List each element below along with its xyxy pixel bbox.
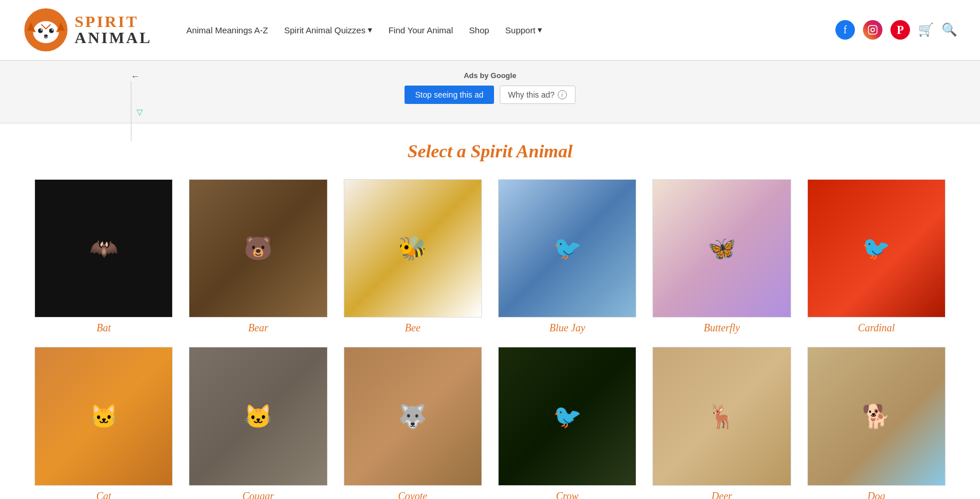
ad-buttons-area: Stop seeing this ad Why this ad? i (405, 86, 575, 104)
animal-photo-dog: 🐕 (808, 347, 945, 485)
svg-rect-11 (869, 26, 877, 34)
animal-image-deer: 🦌 (652, 347, 791, 485)
animal-label-cat: Cat (96, 490, 111, 499)
animal-card-cat[interactable]: 🐱Cat (34, 347, 173, 499)
site-header: SPIRIT ANIMAL Animal Meanings A-Z Spirit… (0, 0, 980, 60)
fox-logo-icon (23, 7, 69, 53)
ads-by-label: Ads by Google (464, 71, 516, 80)
main-content: Select a Spirit Animal 🦇Bat🐻Bear🐝Bee🐦Blu… (0, 123, 980, 499)
pinterest-icon[interactable]: P (890, 20, 910, 40)
animal-card-cardinal[interactable]: 🐦Cardinal (807, 179, 946, 334)
animal-image-blue-jay: 🐦 (498, 179, 636, 318)
animal-image-cardinal: 🐦 (807, 179, 946, 318)
animal-label-bee: Bee (405, 322, 421, 334)
animal-photo-blue-jay: 🐦 (499, 180, 636, 317)
search-icon[interactable]: 🔍 (942, 22, 957, 37)
animal-card-blue-jay[interactable]: 🐦Blue Jay (498, 179, 636, 334)
nav-shop[interactable]: Shop (469, 25, 489, 35)
svg-point-10 (44, 34, 48, 37)
animal-photo-deer: 🦌 (653, 347, 790, 485)
nav-find-animal[interactable]: Find Your Animal (388, 25, 453, 35)
animal-card-butterfly[interactable]: 🦋Butterfly (652, 179, 791, 334)
animal-photo-cardinal: 🐦 (808, 180, 945, 317)
svg-point-7 (49, 29, 54, 33)
animal-image-dog: 🐕 (807, 347, 946, 485)
facebook-icon[interactable]: f (835, 20, 855, 40)
animal-card-coyote[interactable]: 🐺Coyote (344, 347, 482, 499)
animal-card-dog[interactable]: 🐕Dog (807, 347, 946, 499)
animal-card-crow[interactable]: 🐦Crow (498, 347, 636, 499)
animal-photo-bear: 🐻 (189, 180, 326, 317)
svg-point-13 (874, 27, 876, 28)
animal-photo-coyote: 🐺 (344, 347, 481, 485)
svg-point-9 (52, 29, 53, 30)
animal-label-coyote: Coyote (398, 490, 427, 499)
main-nav: Animal Meanings A-Z Spirit Animal Quizze… (186, 25, 835, 35)
site-logo[interactable]: SPIRIT ANIMAL (23, 7, 152, 53)
animal-label-bear: Bear (248, 322, 268, 334)
animal-label-blue-jay: Blue Jay (549, 322, 585, 334)
animal-label-butterfly: Butterfly (704, 322, 740, 334)
nav-animal-meanings[interactable]: Animal Meanings A-Z (186, 25, 269, 35)
svg-point-1 (33, 21, 59, 43)
animal-label-cardinal: Cardinal (858, 322, 895, 334)
nav-support[interactable]: Support ▾ (505, 25, 543, 35)
support-chevron-icon: ▾ (538, 25, 542, 35)
cart-icon[interactable]: 🛒 (918, 22, 934, 37)
animal-label-crow: Crow (556, 490, 578, 499)
animal-image-bat: 🦇 (34, 179, 173, 318)
animal-card-bat[interactable]: 🦇Bat (34, 179, 173, 334)
animal-label-cougar: Cougar (242, 490, 274, 499)
animal-image-butterfly: 🦋 (652, 179, 791, 318)
animal-label-bat: Bat (96, 322, 111, 334)
animal-label-deer: Deer (711, 490, 732, 499)
quizzes-chevron-icon: ▾ (368, 25, 372, 35)
animal-card-bear[interactable]: 🐻Bear (189, 179, 327, 334)
animal-photo-bat: 🦇 (35, 180, 172, 317)
animal-image-cat: 🐱 (34, 347, 173, 485)
animal-image-crow: 🐦 (498, 347, 636, 485)
ad-vertical-divider (131, 81, 131, 141)
social-icons-area: f P 🛒 🔍 (835, 20, 957, 40)
animal-photo-cougar: 🐱 (189, 347, 326, 485)
animal-image-coyote: 🐺 (344, 347, 482, 485)
svg-point-8 (41, 29, 42, 30)
animal-image-cougar: 🐱 (189, 347, 327, 485)
animal-image-bear: 🐻 (189, 179, 327, 318)
animal-card-deer[interactable]: 🦌Deer (652, 347, 791, 499)
animal-card-cougar[interactable]: 🐱Cougar (189, 347, 327, 499)
info-icon: i (558, 90, 567, 99)
animal-photo-crow: 🐦 (499, 347, 636, 485)
nav-quizzes[interactable]: Spirit Animal Quizzes ▾ (284, 25, 372, 35)
animal-card-bee[interactable]: 🐝Bee (344, 179, 482, 334)
ad-back-arrow[interactable]: ← (131, 71, 140, 82)
animal-label-dog: Dog (868, 490, 885, 499)
animal-photo-cat: 🐱 (35, 347, 172, 485)
animal-image-bee: 🐝 (344, 179, 482, 318)
adchoices-icon: ▽ (137, 107, 143, 117)
instagram-icon[interactable] (863, 20, 882, 40)
section-title: Select a Spirit Animal (34, 141, 946, 162)
svg-point-12 (871, 28, 874, 32)
animal-photo-butterfly: 🦋 (653, 180, 790, 317)
logo-spirit-text: SPIRIT (75, 14, 152, 30)
ad-section: ← Ads by Google Stop seeing this ad Why … (0, 60, 980, 123)
stop-seeing-ad-button[interactable]: Stop seeing this ad (405, 86, 493, 104)
logo-animal-text: ANIMAL (75, 30, 152, 46)
why-this-ad-button[interactable]: Why this ad? i (500, 86, 575, 104)
svg-point-6 (38, 29, 42, 33)
animal-grid: 🦇Bat🐻Bear🐝Bee🐦Blue Jay🦋Butterfly🐦Cardina… (34, 179, 946, 499)
animal-photo-bee: 🐝 (344, 180, 481, 317)
